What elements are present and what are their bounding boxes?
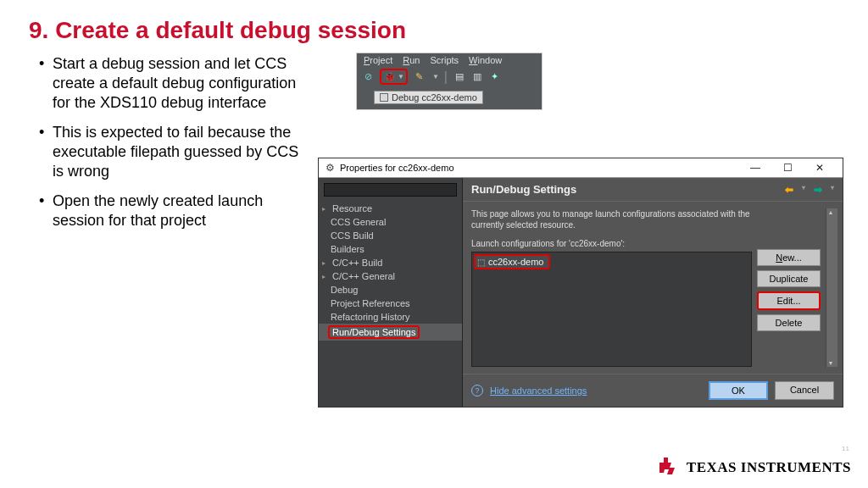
tree-run-debug[interactable]: Run/Debug Settings (319, 324, 462, 341)
tree-ccs-general[interactable]: CCS General (319, 215, 462, 229)
page-icon[interactable]: ▥ (470, 70, 483, 83)
toolbar-screenshot: Project Run Scripts Window ⊘ 🐞 ▼ ✎ ▼ | ▤… (356, 53, 542, 110)
page-number: 11 (842, 445, 849, 452)
ti-logo: TEXAS INSTRUMENTS (658, 456, 851, 480)
new-button[interactable]: New... (757, 249, 821, 266)
close-button[interactable]: ✕ (804, 162, 836, 174)
launch-config-label: Launch configurations for 'cc26xx-demo': (471, 239, 752, 248)
launch-config-item-highlight[interactable]: ⬚ cc26xx-demo (474, 254, 550, 269)
filter-input[interactable] (324, 183, 457, 197)
tree-cpp-general[interactable]: C/C++ General (319, 269, 462, 283)
wand-icon[interactable]: ✦ (488, 70, 501, 83)
hide-advanced-link[interactable]: Hide advanced settings (490, 385, 587, 396)
tree-cpp-build[interactable]: C/C++ Build (319, 256, 462, 269)
maximize-button[interactable]: ☐ (771, 162, 804, 174)
minimize-button[interactable]: — (739, 162, 771, 174)
bullet-item: Start a debug session and let CCS create… (42, 54, 305, 113)
page-icon[interactable]: ▤ (453, 70, 465, 83)
panel-header: Run/Debug Settings (471, 183, 576, 196)
chevron-down-icon[interactable]: ▼ (398, 73, 404, 80)
bullet-item: This is expected to fail because the exe… (42, 123, 305, 181)
cancel-button[interactable]: Cancel (775, 381, 834, 400)
bullet-item: Open the newly created launch session fo… (42, 191, 305, 230)
slide-title: 9. Create a default debug session (0, 0, 868, 54)
launch-config-name: cc26xx-demo (488, 257, 543, 267)
tree-refactoring[interactable]: Refactoring History (319, 310, 462, 324)
menu-run[interactable]: Run (403, 55, 420, 65)
tree-builders[interactable]: Builders (319, 242, 462, 256)
tree-debug[interactable]: Debug (319, 283, 462, 297)
run-debug-highlight: Run/Debug Settings (328, 325, 420, 339)
delete-button[interactable]: Delete (757, 314, 821, 331)
gear-icon: ⚙ (326, 162, 335, 174)
menu-project[interactable]: Project (364, 55, 392, 65)
debug-tab-label: Debug cc26xx-demo (392, 92, 477, 103)
pencil-icon[interactable]: ✎ (413, 70, 426, 83)
duplicate-button[interactable]: Duplicate (757, 270, 821, 287)
ok-button[interactable]: OK (709, 381, 768, 400)
properties-dialog: ⚙ Properties for cc26xx-demo — ☐ ✕ Resou… (318, 158, 843, 408)
back-arrow-icon[interactable]: ⬅ (785, 184, 793, 196)
bullet-list: Start a debug session and let CCS create… (42, 54, 314, 241)
help-icon[interactable]: ? (471, 385, 483, 396)
cube-icon: ⬚ (477, 258, 485, 267)
ide-toolbar: ⊘ 🐞 ▼ ✎ ▼ | ▤ ▥ ✦ (357, 66, 542, 87)
dialog-title: Properties for cc26xx-demo (340, 163, 454, 173)
debug-config-tab[interactable]: Debug cc26xx-demo (374, 91, 483, 104)
ide-menubar: Project Run Scripts Window (357, 53, 542, 66)
tree-project-refs[interactable]: Project References (319, 297, 462, 310)
menu-window[interactable]: Window (469, 55, 502, 65)
tree-ccs-build[interactable]: CCS Build (319, 229, 462, 242)
panel-description: This page allows you to manage launch co… (471, 208, 752, 230)
dialog-sidebar: Resource CCS General CCS Build Builders … (319, 178, 463, 407)
scrollbar[interactable] (826, 208, 837, 367)
tree-resource[interactable]: Resource (319, 202, 462, 215)
ti-logo-text: TEXAS INSTRUMENTS (687, 459, 851, 476)
launch-config-list[interactable]: ⬚ cc26xx-demo (471, 252, 752, 367)
forward-arrow-icon[interactable]: ➡ (814, 184, 822, 196)
dialog-titlebar: ⚙ Properties for cc26xx-demo — ☐ ✕ (319, 158, 843, 178)
ti-logo-mark (658, 456, 680, 480)
config-icon (380, 93, 388, 102)
menu-scripts[interactable]: Scripts (430, 55, 459, 65)
bug-icon[interactable]: 🐞 (383, 70, 396, 83)
edit-button-highlight[interactable]: Edit... (757, 291, 821, 310)
debug-button-highlight: 🐞 ▼ (380, 69, 408, 85)
chevron-down-icon[interactable]: ▼ (432, 73, 439, 80)
noentry-icon[interactable]: ⊘ (362, 70, 375, 83)
